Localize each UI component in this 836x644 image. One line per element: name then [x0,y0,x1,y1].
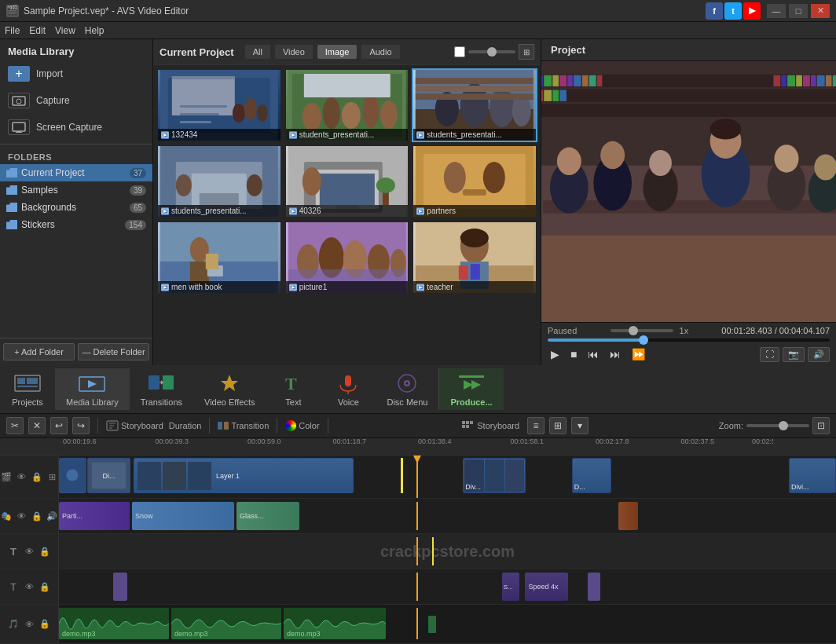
track-audio-eye-button[interactable]: 👁 [23,618,35,631]
menu-file[interactable]: File [5,25,20,36]
clip-thumb-1[interactable]: Di... [87,458,130,493]
volume-button[interactable]: 🔊 [808,347,830,362]
tool-media-library[interactable]: Media Library [55,368,130,410]
timeline-scissors-button[interactable]: ✂ [6,417,24,434]
media-item-7[interactable]: men with book [156,221,282,295]
track-text-lock-button[interactable]: 🔒 [38,580,51,593]
tool-voice[interactable]: Voice [321,368,376,410]
media-item-5[interactable]: 40326 [284,145,410,218]
clip-d[interactable]: D... [572,458,611,493]
snapshot-button[interactable]: 📷 [783,347,805,362]
audio-clip-1[interactable]: demo.mp3 [59,608,169,639]
sidebar: Media Library + Import Capture Screen Ca… [0,39,153,365]
size-range[interactable] [468,50,515,53]
parti-clip[interactable]: Parti... [59,502,130,530]
maximize-button[interactable]: □ [789,4,808,18]
tool-text[interactable]: T Text [266,368,321,410]
filter-video[interactable]: Video [275,45,313,59]
youtube-button[interactable]: ▶ [743,2,761,20]
media-item-2[interactable]: students_presentati... [284,68,410,142]
timeline-delete-button[interactable]: ✕ [28,417,46,434]
fx-small-clip[interactable] [618,502,638,530]
fullscreen-button[interactable]: ⛶ [760,347,779,362]
audio-settings-button[interactable]: ≡ [527,417,544,434]
menu-help[interactable]: Help [85,25,104,36]
zoom-slider[interactable] [746,424,809,427]
small-text-clip2[interactable] [588,573,600,601]
media-item-1[interactable]: 132434 [156,68,282,142]
filter-audio[interactable]: Audio [361,45,399,59]
view-toggle-button[interactable]: ⊞ [549,417,566,434]
close-button[interactable]: ✕ [811,4,830,18]
add-folder-button[interactable]: + Add Folder [3,343,75,360]
folder-current-project[interactable]: Current Project 37 [0,164,152,181]
playback-progress-slider[interactable] [610,329,673,332]
track-fx-volume-button[interactable]: 🔊 [46,510,59,522]
track-expand-button[interactable]: ⊞ [46,470,59,483]
stop-button[interactable]: ■ [567,346,580,362]
audio-small-clip[interactable] [428,616,436,633]
prev-frame-button[interactable]: ⏮ [585,346,602,362]
track-audio-lock-button[interactable]: 🔒 [38,618,51,631]
track-wm-lock-button[interactable]: 🔒 [38,545,51,558]
track-eye-button[interactable]: 👁 [16,470,28,483]
media-item-6[interactable]: partners [412,145,537,218]
media-item-8[interactable]: picture1 [284,221,410,295]
snow-clip[interactable]: Snow [132,502,234,530]
tool-projects[interactable]: Projects [0,368,55,410]
grid-view-button[interactable]: ⊞ [519,44,534,60]
timeline-undo-button[interactable]: ↩ [50,417,68,434]
layer1-clip[interactable]: Layer 1 [134,458,354,493]
track-fx-eye-button[interactable]: 👁 [16,510,28,522]
twitter-button[interactable]: t [724,2,742,20]
clip-thumb-0[interactable] [59,458,86,493]
screen-capture-button[interactable]: Screen Capture [0,114,152,141]
media-item-3[interactable]: students_presentati... [412,68,537,142]
s-clip[interactable]: S... [502,573,519,601]
media-item-9[interactable]: teacher [412,221,537,295]
import-button[interactable]: + Import [0,60,152,87]
track-lock-button[interactable]: 🔒 [31,470,43,483]
window-controls[interactable]: — □ ✕ [767,4,830,18]
next-button[interactable]: ⏩ [629,346,648,362]
timeline-separator-3 [277,418,277,434]
tool-transitions[interactable]: Transitions [130,368,193,410]
tool-produce[interactable]: Produce... [438,368,503,410]
glass-clip[interactable]: Glass... [236,502,299,530]
media-grid-container[interactable]: 132434 [153,65,541,365]
audio-clip-3[interactable]: demo.mp3 [284,608,386,639]
small-text-clip[interactable] [113,573,127,601]
svg-marker-26 [292,134,295,137]
speed4x-clip[interactable]: Speed 4x [525,573,568,601]
capture-icon [8,93,30,108]
storyboard-toggle[interactable]: Storyboard [461,420,519,431]
size-toggle[interactable] [454,46,465,57]
media-item-4[interactable]: students_presentati... [156,145,282,218]
folder-samples[interactable]: Samples 39 [0,181,152,199]
filter-all[interactable]: All [245,45,270,59]
minimize-button[interactable]: — [767,4,786,18]
play-button[interactable]: ▶ [548,346,563,362]
clip-divi[interactable]: Divi... [789,458,836,493]
view-dropdown-button[interactable]: ▾ [571,417,588,434]
progress-bar[interactable] [548,338,830,342]
zoom-fit-button[interactable]: ⊡ [812,417,830,434]
tool-video-effects[interactable]: Video Effects [193,368,266,410]
menu-edit[interactable]: Edit [29,25,46,36]
track-wm-eye-button[interactable]: 👁 [23,545,35,558]
folder-stickers[interactable]: Stickers 154 [0,216,152,233]
tool-disc-menu[interactable]: Disc Menu [376,368,438,410]
track-fx-lock-button[interactable]: 🔒 [31,510,43,522]
clip-div[interactable]: Div... [463,458,526,493]
filter-image[interactable]: Image [317,45,358,59]
audio-clip-2[interactable]: demo.mp3 [171,608,281,639]
capture-button[interactable]: Capture [0,87,152,114]
next-frame-button[interactable]: ⏭ [607,346,624,362]
folder-backgrounds[interactable]: Backgrounds 65 [0,199,152,216]
facebook-button[interactable]: f [706,2,723,20]
timeline-redo-button[interactable]: ↪ [72,417,90,434]
delete-folder-button[interactable]: — Delete Folder [78,343,149,360]
svg-rect-24 [303,74,390,97]
track-text-eye-button[interactable]: 👁 [23,580,35,593]
menu-view[interactable]: View [55,25,75,36]
